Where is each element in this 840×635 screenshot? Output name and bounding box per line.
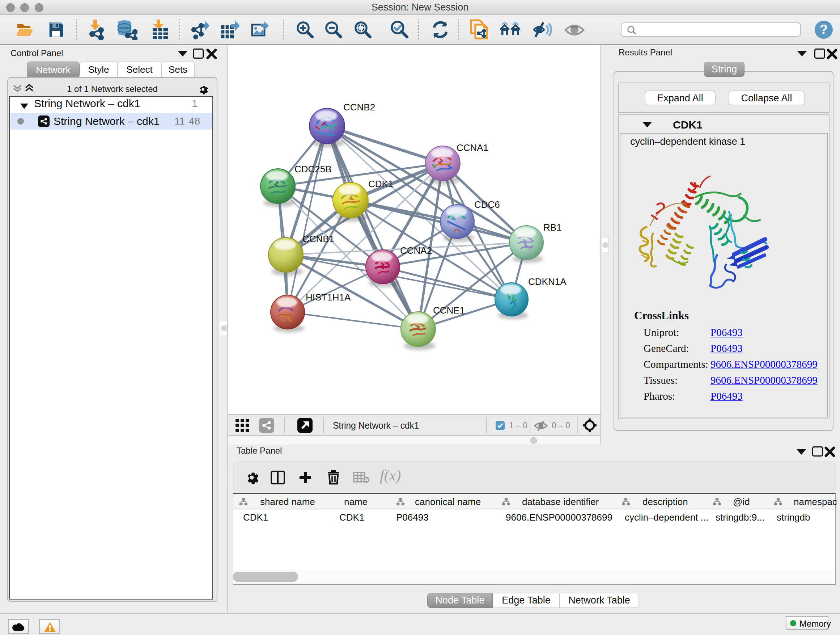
svg-text:CCNB2: CCNB2	[343, 102, 375, 112]
svg-text:CDC25B: CDC25B	[294, 164, 332, 174]
svg-text:CCNA2: CCNA2	[400, 245, 432, 256]
svg-text:HIST1H1A: HIST1H1A	[306, 292, 351, 302]
svg-text:CCNA1: CCNA1	[456, 142, 488, 153]
svg-text:RB1: RB1	[543, 222, 562, 233]
svg-text:CDK1: CDK1	[368, 179, 393, 189]
svg-text:CDC6: CDC6	[474, 199, 500, 210]
svg-text:CDKN1A: CDKN1A	[528, 276, 567, 287]
svg-text:CCNE1: CCNE1	[433, 305, 465, 316]
svg-text:CCNB1: CCNB1	[302, 233, 334, 244]
